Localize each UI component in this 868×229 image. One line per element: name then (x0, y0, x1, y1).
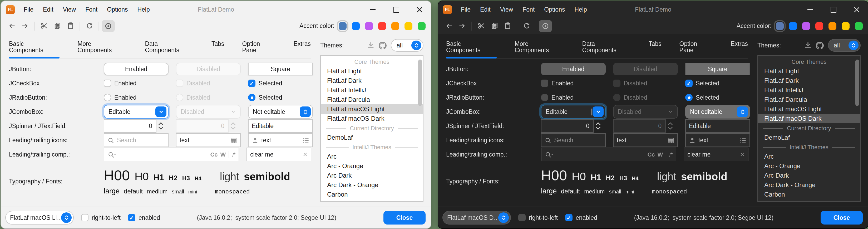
theme-item[interactable]: FlatLaf IntelliJ (321, 85, 423, 95)
editable-combobox[interactable]: Editable (541, 105, 606, 119)
look-and-feel-combobox[interactable]: FlatLaf macOS Li… (5, 211, 74, 225)
spinner-value[interactable]: 0 (104, 119, 156, 133)
list-icon[interactable] (740, 137, 746, 144)
scrollbar-thumb[interactable] (855, 60, 859, 106)
tab-extras[interactable]: Extras (293, 40, 311, 58)
text-field-calendar[interactable]: text (613, 133, 678, 147)
calendar-icon[interactable] (667, 137, 674, 144)
spinner-value[interactable]: 0 (541, 119, 594, 133)
right-to-left-checkbox[interactable]: right-to-left (81, 214, 121, 221)
accent-swatch-3[interactable] (802, 22, 810, 30)
tab-option-pane[interactable]: Option Pane (679, 40, 713, 58)
close-window-button[interactable] (408, 1, 431, 18)
combobox-arrow-button[interactable] (411, 40, 421, 50)
paste-button[interactable] (501, 20, 514, 32)
theme-item[interactable]: FlatLaf Light (321, 66, 423, 76)
menu-font[interactable]: Font (81, 1, 102, 18)
theme-item[interactable]: FlatLaf Darcula (758, 95, 860, 104)
tab-option-pane[interactable]: Option Pane (242, 40, 276, 58)
theme-item[interactable]: FlatLaf IntelliJ (758, 85, 860, 95)
tab-more-components[interactable]: More Components (78, 40, 127, 58)
menu-help[interactable]: Help (132, 1, 154, 18)
copy-button[interactable] (51, 20, 64, 32)
enabled-checkbox[interactable]: enabled (128, 214, 160, 221)
theme-item[interactable]: Arc - Orange (321, 161, 423, 171)
search-options-field[interactable]: Cc W .* (541, 148, 676, 161)
not-editable-combobox[interactable]: Not editable (248, 105, 313, 119)
square-button[interactable]: Square (685, 63, 750, 75)
theme-item[interactable]: Arc - Orange (758, 161, 860, 171)
paste-button[interactable] (64, 20, 77, 32)
clear-icon[interactable]: ✕ (740, 151, 745, 158)
accent-swatch-6[interactable] (404, 22, 412, 30)
tab-tabs[interactable]: Tabs (649, 40, 661, 58)
forward-button[interactable] (19, 20, 32, 32)
theme-item[interactable]: DemoLaf (758, 133, 860, 142)
menu-edit[interactable]: Edit (38, 1, 58, 18)
menu-view[interactable]: View (495, 1, 518, 18)
maximize-button[interactable] (822, 1, 845, 18)
enabled-button[interactable]: Enabled (104, 63, 168, 75)
tab-data-components[interactable]: Data Components (582, 40, 631, 58)
menu-file[interactable]: File (456, 1, 475, 18)
theme-item[interactable]: FlatLaf macOS Light (758, 104, 860, 114)
theme-item[interactable]: Arc (321, 152, 423, 161)
theme-item[interactable]: FlatLaf Light (758, 66, 860, 76)
github-icon[interactable] (379, 41, 386, 49)
enabled-button[interactable]: Enabled (541, 63, 606, 75)
close-button[interactable]: Close (820, 211, 863, 225)
checkbox-selected[interactable]: Selected (248, 80, 282, 87)
list-icon[interactable] (302, 137, 309, 144)
menu-view[interactable]: View (58, 1, 81, 18)
theme-item[interactable]: Arc Dark - Orange (321, 180, 423, 190)
close-button[interactable]: Close (383, 211, 426, 225)
calendar-icon[interactable] (230, 137, 237, 144)
search-field[interactable]: Search (541, 133, 606, 147)
accent-swatch-6[interactable] (842, 22, 849, 30)
tab-tabs[interactable]: Tabs (212, 40, 224, 58)
editable-textfield[interactable]: Editable (248, 119, 313, 133)
minimize-button[interactable] (361, 1, 384, 18)
theme-item[interactable]: Arc Dark - Orange (758, 180, 860, 190)
right-to-left-checkbox[interactable]: right-to-left (518, 214, 558, 221)
accent-swatch-4[interactable] (378, 22, 386, 30)
checkbox-selected[interactable]: Selected (685, 80, 719, 87)
forward-button[interactable] (456, 20, 469, 32)
square-button[interactable]: Square (248, 63, 313, 75)
radio-enabled[interactable]: Enabled (104, 94, 136, 101)
theme-item[interactable]: Arc Dark (758, 171, 860, 180)
combobox-arrow-button[interactable] (592, 107, 603, 117)
tab-data-components[interactable]: Data Components (145, 40, 193, 58)
accent-swatch-5[interactable] (391, 22, 399, 30)
back-button[interactable] (442, 20, 456, 32)
maximize-button[interactable] (384, 1, 408, 18)
search-field[interactable]: Search (104, 133, 168, 147)
theme-item[interactable]: FlatLaf Dark (321, 76, 423, 85)
refresh-button[interactable] (520, 20, 533, 32)
combobox-arrow-button[interactable] (498, 212, 509, 223)
spinner-arrows[interactable] (158, 122, 164, 130)
cut-button[interactable] (474, 20, 488, 32)
accent-swatch-5[interactable] (829, 22, 836, 30)
editable-combobox[interactable]: Editable (104, 105, 168, 119)
theme-item[interactable]: Arc (758, 152, 860, 161)
search-dropdown-icon[interactable] (545, 151, 554, 158)
menu-edit[interactable]: Edit (475, 1, 495, 18)
theme-item[interactable]: FlatLaf macOS Light (321, 104, 423, 114)
theme-item[interactable]: Carbon (758, 190, 860, 199)
clearable-field[interactable]: clear me✕ (684, 148, 748, 161)
checkbox-enabled[interactable]: Enabled (104, 80, 136, 87)
checkbox-enabled[interactable]: Enabled (541, 80, 574, 87)
text-field-user-list[interactable]: text (248, 133, 313, 147)
spinner[interactable]: 0 (541, 119, 601, 133)
copy-button[interactable] (488, 20, 501, 32)
cut-button[interactable] (37, 20, 51, 32)
theme-item[interactable]: FlatLaf macOS Dark (758, 114, 860, 123)
theme-item[interactable]: Cobalt 2 (758, 199, 860, 202)
accent-swatch-7[interactable] (418, 22, 426, 30)
refresh-button[interactable] (83, 20, 96, 32)
minimize-button[interactable] (799, 1, 822, 18)
combobox-arrow-button[interactable] (300, 107, 311, 117)
text-field-calendar[interactable]: text (176, 133, 241, 147)
menu-help[interactable]: Help (569, 1, 591, 18)
